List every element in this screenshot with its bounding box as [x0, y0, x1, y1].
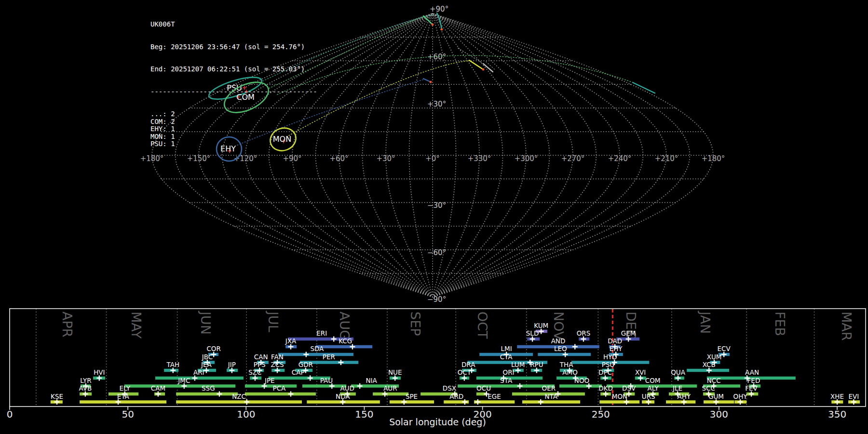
shower-label-GDR: GDR	[298, 361, 313, 368]
longitude-label: +60°	[329, 154, 348, 163]
peak-marker-LEO	[563, 352, 568, 357]
shower-count-COM: COM: 2	[150, 118, 317, 126]
longitude-label: +300°	[515, 154, 538, 163]
month-label-FEB: FEB	[773, 312, 787, 336]
shower-label-PSU: PSU	[602, 361, 615, 368]
month-label-OCT: OCT	[475, 312, 490, 339]
shower-label-GUM: GUM	[708, 393, 724, 400]
latitude-label: −60°	[427, 248, 446, 257]
month-label-JUL: JUL	[266, 311, 281, 332]
shower-CAM-row8: CAM	[151, 384, 165, 397]
longitude-label: +210°	[655, 154, 678, 163]
shower-label-ALY: ALY	[647, 384, 659, 392]
shower-label-DKD: DKD	[598, 384, 613, 392]
activity-bar-MON	[599, 400, 639, 404]
activity-bar-AUR	[373, 393, 408, 396]
x-axis-title: Solar longitude (deg)	[389, 417, 486, 427]
peak-marker-NTA	[538, 399, 543, 405]
peak-marker-PAU	[329, 383, 335, 389]
shower-label-CAN: CAN	[254, 353, 268, 361]
peak-marker-SPE	[401, 399, 407, 405]
shower-NDA-row9: NDA	[307, 393, 380, 405]
activity-bar-AHY	[666, 400, 695, 404]
peak-marker-MON	[624, 399, 629, 405]
peak-marker-NZC	[244, 399, 249, 405]
shower-label-URS: URS	[642, 393, 655, 400]
shower-count-MON: MON: 1	[150, 133, 317, 141]
shower-label-FEV: FEV	[745, 384, 758, 392]
shower-label-HYD: HYD	[603, 353, 617, 361]
peak-marker-JMC	[181, 383, 187, 389]
peak-marker-ARI	[192, 376, 197, 381]
peak-marker-KCG	[350, 344, 355, 350]
shower-label-SPE: SPE	[406, 393, 418, 400]
peak-marker-ARD	[462, 399, 467, 405]
activity-bar-ETA	[80, 400, 166, 404]
station-id: UK006T	[150, 21, 317, 28]
shower-label-LEO: LEO	[554, 345, 567, 353]
shower-label-AND: AND	[551, 337, 566, 345]
shower-label-ORS: ORS	[577, 329, 591, 337]
peak-marker-FEV	[749, 392, 754, 397]
shower-XHE-row9: XHE	[830, 393, 844, 405]
shower-label-NIA: NIA	[366, 377, 377, 384]
longitude-label: +0°	[425, 154, 440, 163]
peak-marker-PER	[338, 360, 343, 365]
shower-label-NOO: NOO	[574, 377, 589, 384]
longitude-label: +330°	[468, 154, 491, 163]
shower-ORS-row1: ORS	[577, 329, 591, 342]
shower-label-NCC: NCC	[707, 377, 721, 384]
shower-label-DSV: DSV	[622, 384, 636, 392]
shower-label-TAH: TAH	[166, 361, 180, 368]
shower-label-LMI: LMI	[501, 345, 512, 353]
meteor-analysis-screen: +90°+60°+30°−30°−60°−90°+180°+150°+120°+…	[0, 0, 868, 434]
shower-label-DRA: DRA	[461, 361, 475, 368]
peak-marker-CAM	[155, 392, 161, 397]
shower-label-CAP: CAP	[292, 368, 305, 376]
activity-bar-JPE	[245, 384, 297, 388]
shower-label-AUD: AUD	[340, 384, 354, 392]
shower-OHY-row9: OHY	[733, 393, 748, 405]
month-label-MAY: MAY	[129, 312, 144, 339]
sky-map-and-timeline-plot: +90°+60°+30°−30°−60°−90°+180°+150°+120°+…	[0, 0, 868, 434]
x-tick-label: 300	[710, 408, 728, 420]
longitude-label: +90°	[283, 154, 301, 163]
shower-label-FAN: FAN	[271, 353, 284, 361]
shower-TAH-row5: TAH	[164, 361, 179, 373]
shower-ETA-row9: ETA	[80, 393, 166, 405]
shower-label-XHE: XHE	[830, 393, 844, 400]
shower-label-JMC: JMC	[177, 377, 190, 384]
shower-label-JBC: JBC	[202, 353, 213, 361]
shower-label-PER: PER	[323, 353, 335, 361]
shower-label-AVB: AVB	[79, 384, 92, 392]
meteor-endpoint-dot	[441, 28, 443, 31]
shower-JIP-row5: JIP	[227, 361, 238, 373]
shower-label-ARD: ARD	[449, 393, 463, 400]
peak-marker-CAP	[308, 376, 313, 381]
peak-marker-EVI	[851, 399, 856, 405]
shower-QUA-row6: QUA	[671, 368, 686, 381]
shower-label-CAM: CAM	[151, 384, 165, 392]
month-label-SEP: SEP	[408, 312, 423, 336]
shower-URS-row9: URS	[642, 393, 655, 405]
shower-RPU-row5: RPU	[530, 361, 543, 373]
shower-EVI-row9: EVI	[848, 393, 860, 405]
meteor-endpoint-dot	[482, 68, 485, 71]
peak-marker-DKD	[603, 392, 609, 397]
peak-marker-EGE	[475, 399, 480, 405]
shower-JXA-row2: JXA	[285, 337, 297, 350]
shower-label-FED: FED	[747, 377, 760, 384]
peak-marker-SSG	[217, 392, 222, 397]
activity-bar-PCA	[245, 393, 316, 396]
shower-DPC-row6: DPC	[598, 368, 612, 381]
peak-marker-JEA	[203, 368, 209, 373]
activity-bar-KCG	[316, 345, 372, 349]
latitude-label: −90°	[427, 295, 446, 304]
peak-marker-HVI	[96, 376, 102, 381]
activity-bar-JMC	[124, 384, 235, 388]
shower-label-SCC: SCC	[702, 384, 715, 392]
shower-label-COR: COR	[206, 345, 220, 353]
peak-marker-NDA	[340, 399, 345, 405]
shower-NUE-row6: NUE	[388, 368, 402, 381]
shower-label-DSX: DSX	[443, 384, 456, 392]
